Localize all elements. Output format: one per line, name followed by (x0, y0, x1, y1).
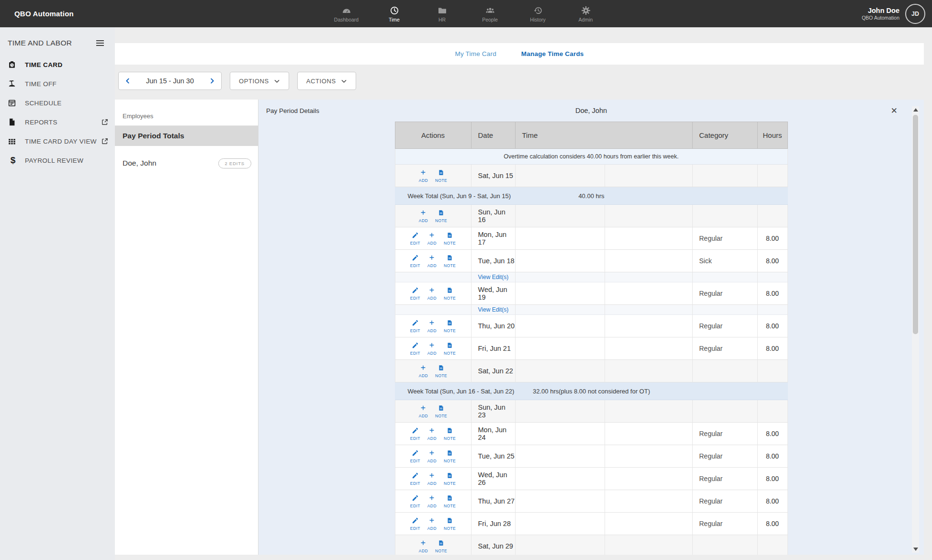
time-in-cell[interactable] (516, 535, 605, 555)
nav-item-dashboard[interactable]: Dashboard (323, 0, 371, 27)
time-out-cell[interactable] (605, 535, 693, 555)
tab-my-time-card[interactable]: My Time Card (455, 50, 496, 57)
avatar[interactable]: JD (905, 4, 925, 24)
time-out-cell[interactable] (605, 165, 693, 187)
note-action-button[interactable]: NOTE (444, 254, 456, 268)
time-in-cell[interactable] (516, 227, 605, 250)
add-action-button[interactable]: ADD (419, 209, 428, 223)
time-in-cell[interactable] (516, 250, 605, 272)
time-out-cell[interactable] (605, 337, 693, 360)
edit-action-button[interactable]: EDIT (410, 449, 420, 463)
sidebar-item-time-card-day-view[interactable]: TIME CARD DAY VIEW (0, 132, 115, 151)
note-action-button[interactable]: NOTE (444, 319, 456, 333)
note-action-button[interactable]: NOTE (444, 287, 456, 301)
actions-button[interactable]: ACTIONS (297, 72, 356, 90)
add-action-button[interactable]: ADD (419, 539, 428, 553)
add-action-button[interactable]: ADD (427, 287, 437, 301)
edit-action-button[interactable]: EDIT (410, 517, 420, 531)
edit-action-button[interactable]: EDIT (410, 472, 420, 486)
time-in-cell[interactable] (516, 445, 605, 468)
scrollbar-thumb[interactable] (913, 115, 918, 334)
time-in-cell[interactable] (516, 490, 605, 513)
nav-item-people[interactable]: People (466, 0, 514, 27)
add-action-button[interactable]: ADD (427, 254, 437, 268)
nav-item-history[interactable]: History (514, 0, 562, 27)
time-in-cell[interactable] (516, 468, 605, 490)
edit-action-button[interactable]: EDIT (410, 342, 420, 356)
note-action-button[interactable]: NOTE (435, 364, 447, 378)
time-in-cell[interactable] (516, 282, 605, 305)
time-out-cell[interactable] (605, 490, 693, 513)
note-action-button[interactable]: NOTE (444, 342, 456, 356)
scroll-down-arrow[interactable] (913, 548, 918, 551)
view-edits-link[interactable]: View Edit(s) (472, 306, 509, 313)
time-out-cell[interactable] (605, 445, 693, 468)
nav-item-time[interactable]: Time (371, 0, 418, 27)
nav-item-hr[interactable]: HR (418, 0, 466, 27)
sidebar-item-payroll-review[interactable]: $PAYROLL REVIEW (0, 151, 115, 170)
edit-action-button[interactable]: EDIT (410, 287, 420, 301)
nav-item-admin[interactable]: Admin (562, 0, 610, 27)
edit-action-button[interactable]: EDIT (410, 427, 420, 441)
add-action-button[interactable]: ADD (427, 319, 437, 333)
time-in-cell[interactable] (516, 513, 605, 535)
add-action-button[interactable]: ADD (427, 342, 437, 356)
time-out-cell[interactable] (605, 282, 693, 305)
pay-period-totals-item[interactable]: Pay Period Totals (115, 126, 258, 146)
sidebar-item-time-card[interactable]: TIME CARD (0, 55, 115, 74)
note-action-button[interactable]: NOTE (435, 169, 447, 183)
note-action-button[interactable]: NOTE (435, 404, 447, 418)
add-action-button[interactable]: ADD (427, 472, 437, 486)
edit-action-button[interactable]: EDIT (410, 232, 420, 246)
sidebar-item-schedule[interactable]: SCHEDULE (0, 93, 115, 112)
edit-action-button[interactable]: EDIT (410, 494, 420, 508)
add-action-button[interactable]: ADD (427, 517, 437, 531)
sidebar-item-time-off[interactable]: TIME OFF (0, 74, 115, 93)
add-action-button[interactable]: ADD (427, 494, 437, 508)
time-out-cell[interactable] (605, 250, 693, 272)
note-action-button[interactable]: NOTE (444, 232, 456, 246)
time-in-cell[interactable] (516, 360, 605, 382)
add-action-button[interactable]: ADD (427, 232, 437, 246)
note-action-button[interactable]: NOTE (444, 472, 456, 486)
time-out-cell[interactable] (605, 468, 693, 490)
time-in-cell[interactable] (516, 165, 605, 187)
edit-action-button[interactable]: EDIT (410, 319, 420, 333)
close-icon[interactable]: ✕ (891, 107, 898, 115)
time-in-cell[interactable] (516, 315, 605, 337)
time-out-cell[interactable] (605, 227, 693, 250)
add-action-button[interactable]: ADD (427, 427, 437, 441)
time-in-cell[interactable] (516, 423, 605, 445)
note-action-button[interactable]: NOTE (435, 209, 447, 223)
time-out-cell[interactable] (605, 360, 693, 382)
time-out-cell[interactable] (605, 423, 693, 445)
tab-manage-time-cards[interactable]: Manage Time Cards (521, 50, 584, 57)
note-action-button[interactable]: NOTE (435, 539, 447, 553)
note-action-button[interactable]: NOTE (444, 517, 456, 531)
menu-icon[interactable] (95, 39, 105, 47)
add-action-button[interactable]: ADD (419, 404, 428, 418)
employee-item-doe-john[interactable]: Doe, John2 EDITS (115, 153, 258, 173)
time-out-cell[interactable] (605, 205, 693, 227)
time-in-cell[interactable] (516, 337, 605, 360)
user-menu[interactable]: John Doe QBO Automation JD (862, 4, 925, 24)
prev-period-button[interactable] (123, 76, 133, 86)
time-in-cell[interactable] (516, 205, 605, 227)
add-action-button[interactable]: ADD (419, 364, 428, 378)
panel-scrollbar[interactable] (912, 106, 919, 553)
add-action-button[interactable]: ADD (427, 449, 437, 463)
view-edits-link[interactable]: View Edit(s) (472, 274, 509, 280)
sidebar-item-reports[interactable]: REPORTS (0, 112, 115, 132)
note-action-button[interactable]: NOTE (444, 427, 456, 441)
note-action-button[interactable]: NOTE (444, 449, 456, 463)
time-in-cell[interactable] (516, 400, 605, 423)
time-out-cell[interactable] (605, 513, 693, 535)
time-out-cell[interactable] (605, 315, 693, 337)
note-action-button[interactable]: NOTE (444, 494, 456, 508)
scroll-up-arrow[interactable] (913, 108, 918, 112)
add-action-button[interactable]: ADD (419, 169, 428, 183)
next-period-button[interactable] (207, 76, 217, 86)
time-out-cell[interactable] (605, 400, 693, 423)
edit-action-button[interactable]: EDIT (410, 254, 420, 268)
options-button[interactable]: OPTIONS (230, 72, 289, 90)
